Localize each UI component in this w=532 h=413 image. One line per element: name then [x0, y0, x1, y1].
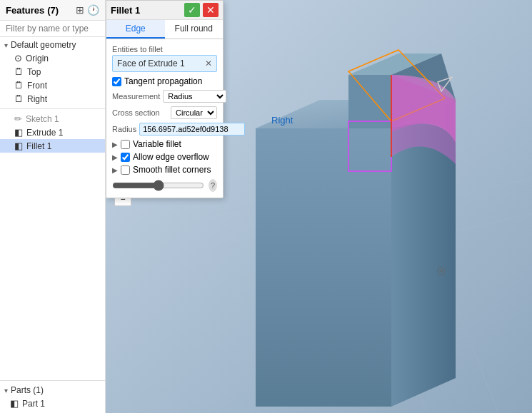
- fillet-body: Entities to fillet Face of Extrude 1 ✕ T…: [106, 39, 223, 198]
- grid-icon[interactable]: ⊞: [76, 4, 84, 16]
- plane-icon2: 🗒: [14, 80, 24, 91]
- sidebar-item-extrude1[interactable]: ◧ Extrude 1: [0, 126, 105, 139]
- cross-section-row: Cross section Circular Conic: [112, 106, 217, 119]
- sidebar-item-fillet1[interactable]: ◧ Fillet 1: [0, 139, 105, 153]
- ok-button[interactable]: ✓: [184, 3, 200, 17]
- help-button[interactable]: ?: [209, 179, 217, 192]
- radius-row: Radius: [112, 123, 217, 136]
- sketch-label: Sketch 1: [26, 114, 59, 124]
- measurement-row: Measurement Radius Chord length: [112, 90, 217, 103]
- sidebar-header-icons: ⊞ 🕐: [76, 4, 99, 16]
- svg-marker-7: [256, 128, 391, 407]
- arrow-icon: ▾: [4, 41, 8, 49]
- smooth-fillet-corners-label: Smooth fillet corners: [133, 165, 211, 175]
- fillet-tabs: Edge Full round: [106, 20, 223, 39]
- front-label: Front: [27, 81, 47, 91]
- smooth-fillet-corners-checkbox[interactable]: [121, 165, 130, 175]
- features-count: (7): [47, 5, 59, 16]
- extrude1-label: Extrude 1: [26, 128, 63, 138]
- svg-marker-10: [348, 75, 391, 128]
- radius-input[interactable]: [139, 123, 245, 136]
- sketch-icon: ✏: [14, 113, 22, 124]
- fillet-panel: Fillet 1 ✓ ✕ Edge Full round Entities to…: [106, 0, 224, 198]
- sidebar-item-right[interactable]: 🗒 Right: [0, 92, 105, 106]
- tab-full-round[interactable]: Full round: [165, 20, 224, 39]
- measurement-select[interactable]: Radius Chord length: [163, 90, 226, 103]
- cancel-button[interactable]: ✕: [203, 3, 219, 17]
- fillet-icon: ◧: [14, 141, 23, 151]
- feature-tree: ▾ Default geometry ⊙ Origin 🗒 Top 🗒 Fron…: [0, 37, 105, 380]
- sidebar-item-top[interactable]: 🗒 Top: [0, 65, 105, 78]
- top-label: Top: [27, 67, 41, 77]
- sidebar-item-sketch[interactable]: ✏ Sketch 1: [0, 112, 105, 126]
- part1-label: Part 1: [22, 399, 45, 409]
- tangent-propagation-row: Tangent propagation: [112, 76, 217, 86]
- cross-section-label: Cross section: [112, 108, 168, 117]
- sidebar-item-front[interactable]: 🗒 Front: [0, 78, 105, 92]
- part-icon: ◧: [10, 398, 19, 409]
- entities-value: Face of Extrude 1: [117, 58, 185, 68]
- right-label: Right: [27, 94, 47, 104]
- allow-edge-overflow-label: Allow edge overflow: [133, 152, 209, 162]
- smooth-fillet-corners-row: ▶ Smooth fillet corners: [112, 165, 217, 175]
- filter-input[interactable]: [0, 21, 105, 37]
- allow-edge-overflow-row: ▶ Allow edge overflow: [112, 152, 217, 162]
- svg-point-18: [441, 270, 443, 272]
- clock-icon[interactable]: 🕐: [87, 4, 99, 16]
- allow-edge-arrow-icon: ▶: [112, 153, 118, 161]
- cross-section-select[interactable]: Circular Conic: [171, 106, 217, 119]
- fillet-title-buttons: ✓ ✕: [184, 3, 219, 17]
- slider-row: ?: [112, 179, 217, 192]
- default-geometry-label: Default geometry: [11, 40, 76, 50]
- sidebar-item-origin[interactable]: ⊙ Origin: [0, 51, 105, 65]
- parts-label: Parts (1): [11, 385, 44, 395]
- entities-box: Face of Extrude 1 ✕: [112, 55, 217, 72]
- variable-fillet-arrow-icon: ▶: [112, 141, 118, 148]
- tangent-propagation-checkbox[interactable]: [112, 77, 121, 86]
- variable-fillet-row: ▶ Variable fillet: [112, 139, 217, 149]
- radius-label: Radius: [112, 125, 136, 133]
- fillet-title: Fillet 1: [111, 5, 140, 16]
- entities-label: Entities to fillet: [112, 45, 217, 53]
- origin-label: Origin: [26, 53, 49, 63]
- plane-icon3: 🗒: [14, 93, 24, 104]
- sidebar-header: Features (7) ⊞ 🕐: [0, 0, 105, 21]
- parts-header[interactable]: ▾ Parts (1): [0, 384, 105, 397]
- fillet-slider[interactable]: [112, 180, 204, 191]
- plane-icon: 🗒: [14, 66, 24, 77]
- measurement-label: Measurement: [112, 92, 160, 101]
- origin-icon: ⊙: [14, 53, 22, 63]
- sidebar-bottom: ▾ Parts (1) ◧ Part 1: [0, 380, 105, 413]
- svg-text:Right: Right: [271, 115, 293, 126]
- default-geometry-header[interactable]: ▾ Default geometry: [0, 39, 105, 51]
- divider: [0, 108, 105, 109]
- tab-edge[interactable]: Edge: [106, 20, 165, 39]
- fillet-titlebar: Fillet 1 ✓ ✕: [106, 1, 223, 20]
- sidebar: Features (7) ⊞ 🕐 ▾ Default geometry ⊙ Or…: [0, 0, 106, 413]
- fillet1-label: Fillet 1: [26, 141, 51, 151]
- parts-arrow-icon: ▾: [4, 387, 8, 394]
- sidebar-item-part1[interactable]: ◧ Part 1: [0, 397, 105, 410]
- features-label: Features: [6, 5, 44, 16]
- variable-fillet-checkbox[interactable]: [121, 140, 130, 149]
- entities-close-icon[interactable]: ✕: [205, 58, 212, 68]
- smooth-fillet-arrow-icon: ▶: [112, 166, 118, 174]
- sidebar-title-area: Features (7): [6, 5, 59, 16]
- variable-fillet-label: Variable fillet: [133, 139, 181, 149]
- allow-edge-overflow-checkbox[interactable]: [121, 153, 130, 162]
- tangent-propagation-label: Tangent propagation: [124, 76, 202, 86]
- extrude-icon: ◧: [14, 127, 23, 138]
- viewport: Right Fillet 1 ✓ ✕ Edge Full round Entit…: [106, 0, 532, 413]
